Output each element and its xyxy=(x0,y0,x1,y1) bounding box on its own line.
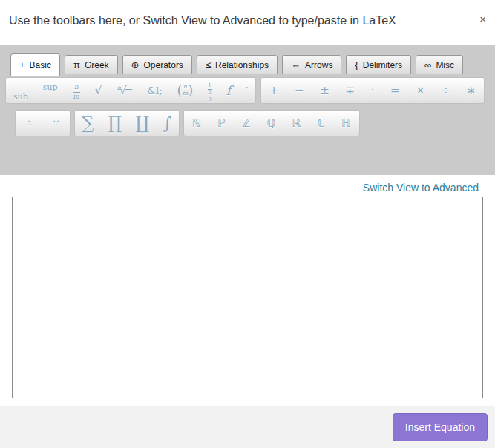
root-index: n xyxy=(117,85,121,91)
naturals-button[interactable]: ℕ xyxy=(191,118,203,129)
summation-button[interactable]: ∑ xyxy=(80,115,95,132)
switch-view-advanced-link[interactable]: Switch View to Advanced xyxy=(363,182,479,194)
subscript-button[interactable]: sub xyxy=(12,85,30,96)
function-button[interactable]: f xyxy=(225,85,232,97)
pi-icon: π xyxy=(73,59,80,70)
plus-icon: + xyxy=(19,59,25,70)
stacked-fraction-button[interactable]: 1 2 3 xyxy=(206,78,212,102)
close-paren: ) xyxy=(188,84,193,97)
entity-glyph-button[interactable]: &l; xyxy=(145,85,163,96)
subscript-glyph: sub xyxy=(13,92,28,102)
fraction-numerator: n xyxy=(74,84,79,91)
binomial-button[interactable]: ( n m ) xyxy=(176,84,195,97)
toolbar-row-2: ∴ ∵ ∑ ∏ ∐ ∫ ℕ ℙ ℤ ℚ ℝ ℂ ℍ xyxy=(0,111,495,136)
superscript-glyph: sup xyxy=(43,82,58,92)
function-glyph: f xyxy=(226,83,231,98)
tab-bar: + Basic π Greek ⊕ Operators ≤ Relationsh… xyxy=(10,53,495,74)
primes-button[interactable]: ℙ xyxy=(216,118,227,129)
circled-plus-icon: ⊕ xyxy=(131,59,140,70)
number-sets-group: ℕ ℙ ℤ ℚ ℝ ℂ ℍ xyxy=(184,111,359,136)
tab-label: Misc xyxy=(436,60,454,70)
rationals-button[interactable]: ℚ xyxy=(265,118,277,129)
coproduct-button[interactable]: ∐ xyxy=(134,115,151,132)
double-arrow-icon: ⇔ xyxy=(291,59,301,70)
tab-relationships[interactable]: ≤ Relationships xyxy=(197,55,278,74)
infinity-icon: ∞ xyxy=(424,59,431,70)
prime-button[interactable]: ′ xyxy=(244,85,249,96)
therefore-button[interactable]: ∴ xyxy=(24,119,33,128)
sqrt-glyph: √ xyxy=(95,83,102,97)
equation-editor-dialog: Use the toolbars here, or Switch View to… xyxy=(0,0,495,448)
brace-icon: { xyxy=(355,59,358,70)
integers-button[interactable]: ℤ xyxy=(240,118,252,129)
stack-mid: 2 xyxy=(208,89,211,96)
minus-plus-button[interactable]: ∓ xyxy=(344,85,356,96)
tab-basic[interactable]: + Basic xyxy=(10,53,60,76)
fraction-glyph: n m xyxy=(73,84,80,101)
tab-misc[interactable]: ∞ Misc xyxy=(416,55,463,74)
divide-button[interactable]: ÷ xyxy=(439,85,452,96)
stack-top: 1 xyxy=(208,82,211,88)
dialog-header: Use the toolbars here, or Switch View to… xyxy=(0,0,495,45)
tab-label: Delimiters xyxy=(363,60,402,70)
tab-greek[interactable]: π Greek xyxy=(65,55,118,74)
dialog-footer: Insert Equation xyxy=(0,406,495,448)
prime-glyph: ′ xyxy=(246,85,248,96)
open-paren: ( xyxy=(177,84,183,97)
center-dot-button[interactable]: · xyxy=(370,85,376,96)
asterisk-operator-button[interactable]: ∗ xyxy=(465,85,478,96)
tab-label: Basic xyxy=(30,60,51,70)
reals-button[interactable]: ℝ xyxy=(290,118,302,129)
sqrt-button[interactable]: √ xyxy=(94,85,104,96)
tab-label: Operators xyxy=(144,60,183,70)
plus-button[interactable]: + xyxy=(268,85,281,96)
dialog-title: Use the toolbars here, or Switch View to… xyxy=(9,13,465,27)
quaternions-button[interactable]: ℍ xyxy=(340,118,353,129)
tab-label: Arrows xyxy=(305,60,332,70)
times-button[interactable]: × xyxy=(414,85,427,96)
insert-equation-button[interactable]: Insert Equation xyxy=(393,413,488,441)
root-vinculum xyxy=(125,89,132,90)
binomial-column: n m xyxy=(183,84,189,97)
entity-glyph: &l; xyxy=(147,85,162,96)
big-operators-group: ∑ ∏ ∐ ∫ xyxy=(75,111,179,136)
because-button[interactable]: ∵ xyxy=(52,119,61,128)
binomial-glyph: ( n m ) xyxy=(177,84,194,97)
fraction-button[interactable]: n m xyxy=(71,80,82,101)
product-button[interactable]: ∏ xyxy=(107,115,123,132)
close-icon[interactable]: × xyxy=(479,13,486,24)
minus-button[interactable]: − xyxy=(293,85,306,96)
binomial-bottom: m xyxy=(183,90,189,97)
logic-symbols-group: ∴ ∵ xyxy=(16,111,70,136)
stack-bottom: 3 xyxy=(208,96,211,102)
fraction-denominator: m xyxy=(73,93,79,101)
plus-minus-button[interactable]: ± xyxy=(318,85,331,96)
tab-operators[interactable]: ⊕ Operators xyxy=(122,55,192,74)
tab-label: Relationships xyxy=(215,60,269,70)
less-equal-icon: ≤ xyxy=(206,59,211,70)
editor-content-area: Switch View to Advanced xyxy=(0,175,495,406)
nth-root-button[interactable]: n√ xyxy=(116,85,134,96)
tab-label: Greek xyxy=(85,60,109,70)
arithmetic-operators-group: + − ± ∓ · = × ÷ ∗ xyxy=(261,78,484,103)
equation-input[interactable] xyxy=(12,197,483,398)
toolbar-row-1: sub sup n m √ n√ &l; ( n xyxy=(0,78,495,103)
superscript-button[interactable]: sup xyxy=(42,85,59,96)
stacked-fraction-glyph: 1 2 3 xyxy=(208,82,211,102)
equals-button[interactable]: = xyxy=(389,85,401,96)
complex-button[interactable]: ℂ xyxy=(315,118,326,129)
basic-structures-group: sub sup n m √ n√ &l; ( n xyxy=(6,78,255,103)
integral-button[interactable]: ∫ xyxy=(162,115,174,132)
tab-delimiters[interactable]: { Delimiters xyxy=(346,55,411,74)
toolbar-region: + Basic π Greek ⊕ Operators ≤ Relationsh… xyxy=(0,45,495,175)
tab-arrows[interactable]: ⇔ Arrows xyxy=(282,55,341,74)
